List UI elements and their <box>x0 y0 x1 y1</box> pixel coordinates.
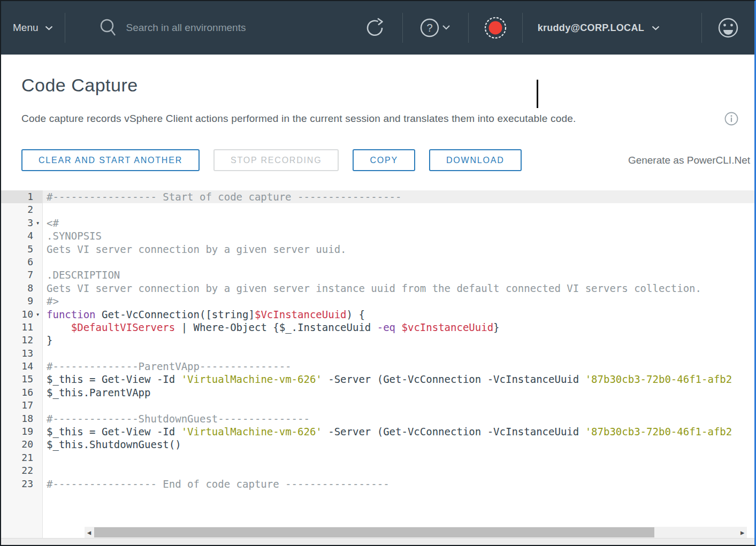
line-number: 17 <box>1 399 42 412</box>
code-line[interactable] <box>43 347 754 360</box>
code-line[interactable]: #----------------- End of code capture -… <box>43 478 754 490</box>
code-editor[interactable]: 123▾45678910▾11121314151617181920212223 … <box>1 190 754 538</box>
line-number: 6 <box>1 256 42 268</box>
search-icon <box>98 18 118 38</box>
nav-divider <box>468 13 469 43</box>
line-number <box>1 503 42 516</box>
page-description: Code capture records vSphere Client acti… <box>21 113 576 125</box>
line-number-gutter: 123▾45678910▾11121314151617181920212223 <box>1 190 43 538</box>
chevron-down-icon <box>652 26 660 30</box>
page-content: Code Capture Code capture records vSpher… <box>1 55 754 538</box>
refresh-icon <box>364 17 386 39</box>
line-number <box>1 490 42 503</box>
line-number: 10▾ <box>1 308 42 321</box>
feedback-button[interactable] <box>717 17 739 39</box>
help-menu-button[interactable]: ? <box>420 18 451 38</box>
info-icon[interactable] <box>724 112 738 126</box>
line-number: 14 <box>1 360 42 373</box>
nav-divider <box>701 13 702 43</box>
code-line[interactable]: #--------------ParentVApp--------------- <box>43 360 754 373</box>
fold-arrow-icon[interactable]: ▾ <box>33 308 42 321</box>
vsphere-client-window: Menu Search in all environments <box>0 0 756 546</box>
scroll-right-arrow[interactable]: ▶ <box>738 527 747 538</box>
code-line[interactable]: $_this = Get-View -Id 'VirtualMachine-vm… <box>43 373 754 386</box>
search-placeholder: Search in all environments <box>126 22 246 34</box>
line-number: 4 <box>1 229 42 242</box>
scrollbar-thumb[interactable] <box>94 527 654 537</box>
username-label: kruddy@CORP.LOCAL <box>538 22 644 34</box>
text-cursor-artifact <box>537 80 538 108</box>
menu-button[interactable]: Menu <box>1 22 65 34</box>
smiley-face-icon <box>717 17 739 39</box>
record-dot-icon <box>484 16 507 40</box>
line-number: 3▾ <box>1 217 42 229</box>
line-number: 21 <box>1 451 42 464</box>
window-bottom-edge <box>1 538 754 545</box>
user-menu-button[interactable]: kruddy@CORP.LOCAL <box>538 22 660 34</box>
line-number: 11 <box>1 321 42 334</box>
code-line[interactable]: #----------------- Start of code capture… <box>43 190 754 203</box>
code-line[interactable] <box>43 203 754 216</box>
code-line[interactable]: $_this = Get-View -Id 'VirtualMachine-vm… <box>43 425 754 438</box>
fold-arrow-icon[interactable]: ▾ <box>33 217 42 229</box>
line-number: 18 <box>1 412 42 425</box>
line-number: 22 <box>1 464 42 477</box>
refresh-button[interactable] <box>364 17 386 39</box>
clear-and-start-another-button[interactable]: CLEAR AND START ANOTHER <box>21 149 200 171</box>
nav-divider <box>402 13 403 43</box>
svg-text:?: ? <box>426 22 432 34</box>
line-number: 9 <box>1 295 42 307</box>
line-number: 12 <box>1 334 42 347</box>
code-line[interactable]: #> <box>43 295 754 307</box>
nav-divider <box>65 13 65 43</box>
code-area[interactable]: #----------------- Start of code capture… <box>43 190 754 538</box>
code-line[interactable]: $DefaultVIServers | Where-Object {$_.Ins… <box>43 321 754 334</box>
code-line[interactable]: } <box>43 334 754 347</box>
code-line[interactable] <box>43 451 754 464</box>
code-line[interactable]: .DESCRIPTION <box>43 268 754 281</box>
generate-as-powercli-dropdown[interactable]: Generate as PowerCLI.Net <box>628 155 750 166</box>
scrollbar-track[interactable] <box>94 527 738 538</box>
page-title: Code Capture <box>21 75 754 96</box>
line-number: 5 <box>1 243 42 256</box>
code-line[interactable]: .SYNOPSIS <box>43 229 754 242</box>
code-line[interactable]: Gets VI server connection by a given ser… <box>43 282 754 295</box>
line-number: 16 <box>1 386 42 399</box>
download-button[interactable]: DOWNLOAD <box>429 149 522 171</box>
chevron-down-icon <box>45 26 53 30</box>
line-number: 19 <box>1 425 42 438</box>
line-number: 15 <box>1 373 42 386</box>
code-line[interactable]: #--------------ShutdownGuest------------… <box>43 412 754 425</box>
nav-divider <box>522 13 523 43</box>
code-line[interactable]: $_this.ShutdownGuest() <box>43 438 754 451</box>
line-number: 23 <box>1 478 42 490</box>
line-number: 20 <box>1 438 42 451</box>
help-icon: ? <box>420 18 451 38</box>
code-line[interactable] <box>43 399 754 412</box>
horizontal-scrollbar[interactable]: ◀ ▶ <box>85 527 747 538</box>
stop-recording-button[interactable]: STOP RECORDING <box>213 149 339 171</box>
copy-button[interactable]: COPY <box>353 149 415 171</box>
line-number: 8 <box>1 282 42 295</box>
top-navbar: Menu Search in all environments <box>1 1 754 55</box>
menu-label: Menu <box>13 22 39 34</box>
code-line[interactable]: $_this.ParentVApp <box>43 386 754 399</box>
code-line[interactable]: function Get-VcConnection([string]$VcIns… <box>43 308 754 321</box>
line-number: 7 <box>1 268 42 281</box>
code-line[interactable]: Gets VI server connection by a given ser… <box>43 243 754 256</box>
line-number: 2 <box>1 203 42 216</box>
scroll-left-arrow[interactable]: ◀ <box>85 527 94 538</box>
global-search[interactable]: Search in all environments <box>98 18 246 38</box>
action-toolbar: CLEAR AND START ANOTHER STOP RECORDING C… <box>21 149 750 171</box>
code-line[interactable] <box>43 256 754 268</box>
line-number: 1 <box>1 190 42 203</box>
recording-indicator-button[interactable] <box>484 16 507 40</box>
code-line[interactable]: <# <box>43 217 754 229</box>
line-number: 13 <box>1 347 42 360</box>
code-line[interactable] <box>43 464 754 477</box>
